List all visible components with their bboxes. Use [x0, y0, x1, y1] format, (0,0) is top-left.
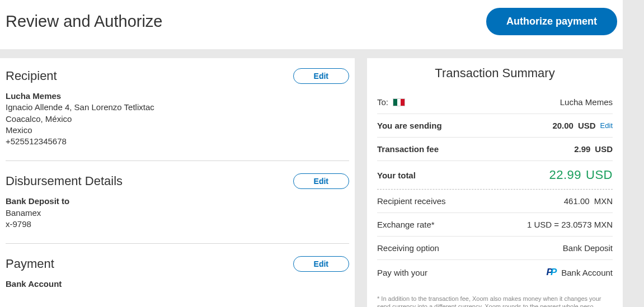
- summary-option-row: Receiving option Bank Deposit: [377, 237, 613, 260]
- summary-fee-currency: USD: [595, 144, 613, 154]
- summary-paywith-value: Bank Account: [561, 268, 613, 277]
- disbursement-method: Bank Deposit to: [6, 196, 349, 207]
- recipient-name: Lucha Memes: [6, 91, 349, 102]
- summary-title: Transaction Summary: [377, 66, 613, 81]
- summary-to-label: To:: [377, 97, 388, 107]
- summary-sending-currency: USD: [578, 121, 596, 130]
- edit-disbursement-button[interactable]: Edit: [293, 173, 349, 189]
- summary-to-name: Lucha Memes: [560, 97, 613, 107]
- payment-section: Payment Edit Bank Account: [6, 256, 349, 290]
- disbursement-title: Disbursement Details: [6, 174, 123, 188]
- paypal-icon: PP: [547, 267, 555, 278]
- payment-title: Payment: [6, 257, 54, 271]
- summary-fee-amount: 2.99: [574, 144, 590, 154]
- summary-rate-label: Exchange rate*: [377, 220, 435, 229]
- summary-receives-label: Recipient receives: [377, 196, 446, 206]
- summary-to-row: To: Lucha Memes: [377, 91, 613, 114]
- payment-method: Bank Account: [6, 278, 349, 290]
- summary-total-currency: USD: [586, 168, 613, 182]
- summary-disclaimer: * In addition to the transaction fee, Xo…: [377, 295, 613, 307]
- summary-receives-amount: 461.00: [564, 196, 590, 206]
- summary-rate-value: 1 USD = 23.0573 MXN: [527, 220, 613, 229]
- summary-fee-row: Transaction fee 2.99 USD: [377, 138, 613, 161]
- summary-paywith-label: Pay with your: [377, 268, 427, 277]
- summary-sending-amount: 20.00: [552, 121, 574, 130]
- summary-fee-label: Transaction fee: [377, 144, 439, 154]
- recipient-address-line1: Ignacio Allende 4, San Lorenzo Tetlixtac: [6, 102, 349, 113]
- disbursement-account: x-9798: [6, 219, 349, 230]
- summary-sending-row: You are sending 20.00 USD Edit: [377, 114, 613, 138]
- summary-rate-row: Exchange rate* 1 USD = 23.0573 MXN: [377, 213, 613, 237]
- summary-total-label: Your total: [377, 171, 416, 180]
- edit-recipient-button[interactable]: Edit: [293, 68, 349, 84]
- summary-option-label: Receiving option: [377, 243, 439, 253]
- summary-total-amount: 22.99: [549, 168, 581, 182]
- details-column: Recipient Edit Lucha Memes Ignacio Allen…: [0, 58, 355, 307]
- recipient-phone: +525512345678: [6, 136, 349, 147]
- summary-option-value: Bank Deposit: [563, 243, 613, 253]
- recipient-country: Mexico: [6, 125, 349, 136]
- mexico-flag-icon: [393, 98, 405, 106]
- disbursement-bank: Banamex: [6, 207, 349, 219]
- summary-total-row: Your total 22.99 USD: [377, 161, 613, 190]
- summary-sending-label: You are sending: [377, 121, 442, 130]
- edit-payment-button[interactable]: Edit: [293, 256, 349, 272]
- disbursement-section: Disbursement Details Edit Bank Deposit t…: [6, 173, 349, 244]
- recipient-section: Recipient Edit Lucha Memes Ignacio Allen…: [6, 68, 349, 161]
- edit-sending-link[interactable]: Edit: [600, 121, 613, 130]
- summary-receives-row: Recipient receives 461.00 MXN: [377, 190, 613, 213]
- recipient-title: Recipient: [6, 69, 57, 83]
- summary-column: Transaction Summary To: Lucha Memes You …: [367, 58, 623, 307]
- recipient-address-line2: Coacalco, México: [6, 114, 349, 125]
- page-header: Review and Authorize Authorize payment: [0, 0, 623, 49]
- page-title: Review and Authorize: [6, 12, 163, 31]
- summary-paywith-row: Pay with your PP Bank Account: [377, 260, 613, 285]
- authorize-payment-button[interactable]: Authorize payment: [486, 8, 617, 35]
- summary-receives-currency: MXN: [594, 196, 613, 206]
